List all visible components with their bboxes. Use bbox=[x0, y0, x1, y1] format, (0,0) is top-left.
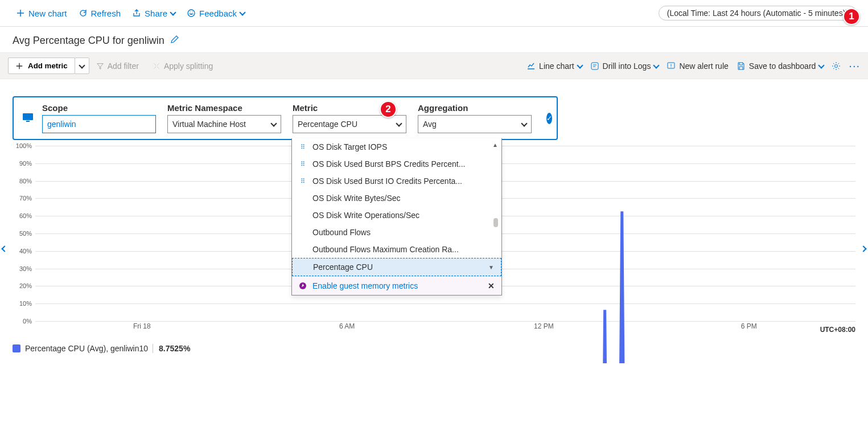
scroll-up-icon[interactable]: ▲ bbox=[492, 142, 498, 148]
metric-option[interactable]: Outbound Flows bbox=[292, 224, 501, 241]
share-button[interactable]: Share bbox=[127, 6, 180, 20]
chevron-down-icon bbox=[79, 62, 85, 68]
refresh-button[interactable]: Refresh bbox=[74, 6, 126, 20]
svg-point-0 bbox=[188, 10, 195, 17]
close-icon[interactable]: ✕ bbox=[488, 281, 495, 290]
metric-option[interactable]: ⠿OS Disk Used Burst IO Credits Percenta.… bbox=[292, 173, 501, 190]
chevron-down-icon bbox=[270, 120, 277, 126]
metric-picker-panel: Scope Metric Namespace Virtual Machine H… bbox=[13, 96, 558, 140]
chart-title: Avg Percentage CPU for genliwin bbox=[13, 35, 164, 47]
x-tick-label: 6 PM bbox=[741, 322, 757, 330]
metric-option[interactable]: ⠿OS Disk Target IOPS bbox=[292, 138, 501, 155]
settings-button[interactable] bbox=[832, 61, 841, 71]
y-tick-label: 100% bbox=[13, 142, 32, 149]
enable-guest-metrics-link[interactable]: Enable guest memory metrics ✕ bbox=[292, 276, 501, 295]
callout-1: 1 bbox=[843, 8, 860, 25]
chevron-down-icon bbox=[239, 9, 245, 15]
metric-dropdown: ▲ ⠿OS Disk Target IOPS⠿OS Disk Used Burs… bbox=[291, 138, 502, 296]
refresh-icon bbox=[79, 9, 88, 18]
next-time-button[interactable] bbox=[861, 240, 866, 255]
y-tick-label: 80% bbox=[13, 178, 32, 184]
line-chart-icon bbox=[526, 61, 536, 71]
edit-title-button[interactable] bbox=[170, 35, 179, 47]
chart-title-row: Avg Percentage CPU for genliwin bbox=[0, 27, 868, 52]
namespace-select[interactable]: Virtual Machine Host bbox=[167, 115, 281, 133]
action-bar: Add metric Add filter Apply splitting Li… bbox=[0, 52, 868, 79]
metric-option[interactable]: Outbound Flows Maximum Creation Ra... bbox=[292, 241, 501, 258]
y-tick-label: 70% bbox=[13, 195, 32, 202]
scatter-icon: ⠿ bbox=[299, 143, 307, 151]
vm-icon bbox=[22, 111, 34, 125]
logs-icon bbox=[590, 61, 599, 71]
x-tick-label: 6 AM bbox=[339, 322, 355, 330]
top-toolbar: New chart Refresh Share Feedback (Local … bbox=[0, 0, 868, 27]
legend-swatch bbox=[13, 344, 20, 352]
y-tick-label: 20% bbox=[13, 282, 32, 289]
smiley-icon bbox=[187, 9, 196, 18]
chevron-down-icon bbox=[170, 9, 176, 15]
new-alert-rule-button[interactable]: New alert rule bbox=[667, 61, 728, 71]
save-icon bbox=[737, 61, 746, 71]
time-range-picker[interactable]: (Local Time: Last 24 hours (Automatic - … bbox=[659, 6, 857, 20]
y-tick-label: 50% bbox=[13, 230, 32, 237]
new-chart-button[interactable]: New chart bbox=[11, 6, 72, 20]
scatter-icon: ⠿ bbox=[299, 177, 307, 185]
chevron-down-icon bbox=[653, 62, 660, 68]
share-icon bbox=[132, 9, 141, 18]
feedback-button[interactable]: Feedback bbox=[182, 6, 249, 20]
chevron-down-icon bbox=[396, 120, 402, 126]
apply-splitting-button[interactable]: Apply splitting bbox=[146, 58, 220, 74]
split-icon bbox=[153, 62, 161, 70]
aggregation-label: Aggregation bbox=[418, 103, 532, 113]
namespace-label: Metric Namespace bbox=[167, 103, 281, 113]
svg-point-3 bbox=[835, 64, 838, 67]
scope-label: Scope bbox=[42, 103, 156, 113]
drill-into-logs-button[interactable]: Drill into Logs bbox=[590, 61, 659, 71]
svg-rect-5 bbox=[26, 121, 30, 122]
aggregation-select[interactable]: Avg bbox=[418, 115, 532, 133]
svg-rect-1 bbox=[591, 63, 598, 69]
scatter-icon: ⠿ bbox=[299, 160, 307, 168]
y-tick-label: 90% bbox=[13, 160, 32, 167]
chevron-down-icon bbox=[577, 62, 583, 68]
callout-2: 2 bbox=[380, 101, 397, 118]
timezone-label: UTC+08:00 bbox=[820, 326, 855, 334]
scope-input[interactable] bbox=[42, 115, 156, 133]
svg-rect-4 bbox=[23, 113, 33, 120]
y-tick-label: 40% bbox=[13, 248, 32, 255]
prev-time-button[interactable] bbox=[2, 240, 7, 255]
pencil-icon bbox=[170, 35, 179, 44]
y-tick-label: 10% bbox=[13, 300, 32, 307]
compass-icon bbox=[299, 282, 307, 290]
scrollbar-thumb[interactable] bbox=[493, 218, 498, 227]
y-tick-label: 30% bbox=[13, 265, 32, 272]
metric-option[interactable]: OS Disk Write Bytes/Sec bbox=[292, 190, 501, 207]
chevron-down-icon bbox=[521, 120, 527, 126]
add-filter-button[interactable]: Add filter bbox=[89, 58, 146, 74]
filter-icon bbox=[96, 62, 104, 70]
save-to-dashboard-button[interactable]: Save to dashboard bbox=[737, 61, 824, 71]
add-metric-caret[interactable] bbox=[75, 58, 89, 74]
y-tick-label: 60% bbox=[13, 212, 32, 219]
line-chart-dropdown[interactable]: Line chart bbox=[526, 61, 582, 71]
gear-icon bbox=[832, 61, 841, 71]
x-tick-label: Fri 18 bbox=[133, 322, 151, 330]
alert-icon bbox=[667, 61, 676, 71]
plus-icon bbox=[16, 9, 25, 18]
y-tick-label: 0% bbox=[13, 318, 32, 325]
more-button[interactable]: ··· bbox=[849, 59, 860, 72]
metric-option[interactable]: Percentage CPU▼ bbox=[292, 258, 501, 276]
x-tick-label: 12 PM bbox=[534, 322, 554, 330]
add-metric-button[interactable]: Add metric bbox=[8, 58, 75, 74]
plus-icon bbox=[15, 62, 23, 70]
chevron-down-icon bbox=[818, 62, 825, 68]
metric-option[interactable]: OS Disk Write Operations/Sec bbox=[292, 207, 501, 224]
apply-check-icon[interactable]: ✓ bbox=[546, 113, 552, 124]
metric-option[interactable]: ⠿OS Disk Used Burst BPS Credits Percent.… bbox=[292, 155, 501, 173]
